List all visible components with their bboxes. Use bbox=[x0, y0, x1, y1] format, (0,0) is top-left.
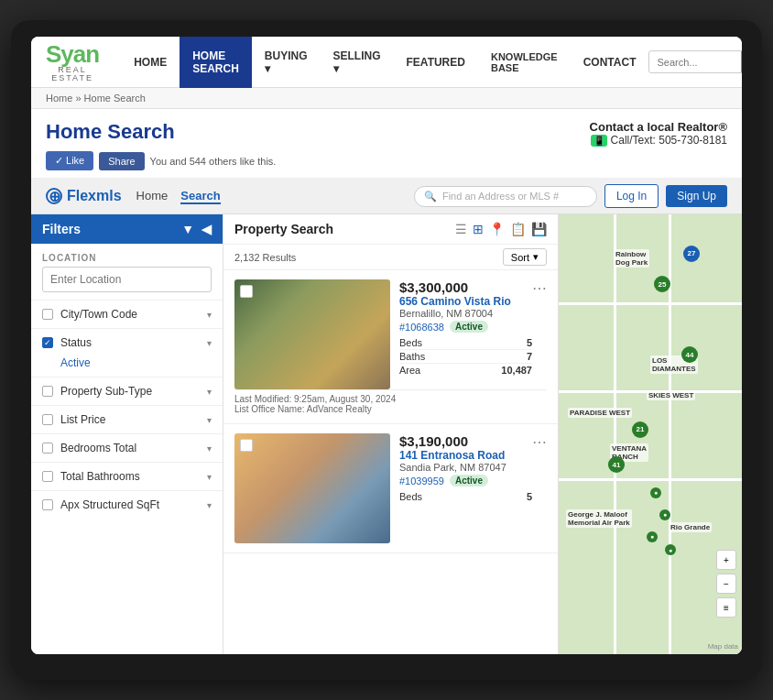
page-header-left: Home Search ✓ Like Share You and 544 oth… bbox=[46, 120, 276, 170]
sqft-label: Apx Structured SqFt bbox=[60, 498, 159, 511]
bedrooms-checkbox[interactable] bbox=[42, 443, 53, 454]
listing-stats-2: Beds 5 bbox=[399, 490, 532, 503]
social-bar: ✓ Like Share You and 544 others like thi… bbox=[46, 151, 276, 170]
sidebar-header: Filters ▼ ◀ bbox=[31, 214, 223, 244]
listing-mls-num-1: #1068638 bbox=[399, 322, 444, 333]
contact-info: Contact a local Realtor® 📱 Call/Text: 50… bbox=[590, 120, 727, 147]
map-layers[interactable]: ≡ bbox=[716, 597, 736, 618]
map-zoom-out[interactable]: − bbox=[716, 574, 736, 594]
top-search-input[interactable] bbox=[649, 53, 741, 71]
city-town-chevron: ▾ bbox=[207, 310, 212, 320]
subtype-checkbox[interactable] bbox=[42, 386, 53, 397]
top-search-button[interactable]: 🔍 bbox=[741, 51, 742, 72]
price-label: List Price bbox=[60, 413, 105, 426]
nav-contact[interactable]: CONTACT bbox=[571, 37, 649, 88]
list-view-icon[interactable]: ☰ bbox=[455, 222, 467, 236]
map-road-h3 bbox=[559, 478, 742, 481]
bathrooms-checkbox[interactable] bbox=[42, 471, 53, 482]
map-area[interactable]: RainbowDog Park LOSDIAMANTES PARADISE WE… bbox=[559, 214, 742, 654]
view-icons: ☰ ⊞ 📍 📋 💾 bbox=[455, 222, 547, 236]
share-button[interactable]: Share bbox=[99, 152, 144, 170]
filter-city-town[interactable]: City/Town Code ▾ bbox=[31, 300, 223, 328]
filter-status[interactable]: ✓ Status ▾ bbox=[31, 328, 223, 356]
sidebar: Filters ▼ ◀ LOCATION City/Town Code ▾ bbox=[31, 214, 223, 654]
listing-select-checkbox-1[interactable] bbox=[240, 285, 253, 298]
nav-knowledge[interactable]: KNOWLEDGE BASE bbox=[478, 37, 571, 88]
flexmls-right: 🔍 Find an Address or MLS # Log In Sign U… bbox=[414, 184, 727, 208]
save-search-icon[interactable]: 💾 bbox=[531, 222, 547, 236]
map-watermark: Map data bbox=[708, 642, 738, 651]
login-button[interactable]: Log In bbox=[604, 184, 659, 208]
beds-label-1: Beds bbox=[399, 337, 422, 348]
page-header: Home Search ✓ Like Share You and 544 oth… bbox=[31, 109, 742, 179]
map-tools: + − ≡ bbox=[716, 550, 736, 618]
filter-icon[interactable]: ▼ bbox=[181, 222, 194, 236]
location-input[interactable] bbox=[42, 267, 212, 292]
listing-stats-1: Beds 5 Baths 7 Area 10,487 bbox=[399, 336, 532, 377]
bathrooms-chevron: ▾ bbox=[207, 472, 212, 482]
map-zoom-in[interactable]: + bbox=[716, 550, 736, 570]
nav-buying[interactable]: BUYING ▾ bbox=[252, 37, 321, 88]
nav-home[interactable]: HOME bbox=[121, 37, 180, 88]
listing-image-2[interactable] bbox=[234, 433, 390, 543]
map-pin-small-4[interactable]: ● bbox=[665, 544, 676, 555]
page-title: Home Search bbox=[46, 120, 276, 144]
listing-city-2: Sandia Park, NM 87047 bbox=[399, 462, 532, 473]
map-label-rainbow: RainbowDog Park bbox=[614, 249, 649, 268]
map-pin-44[interactable]: 44 bbox=[681, 346, 698, 363]
flexmls-nav-search[interactable]: Search bbox=[180, 189, 220, 204]
signup-button[interactable]: Sign Up bbox=[666, 185, 727, 207]
map-pin-21[interactable]: 21 bbox=[632, 421, 648, 438]
listing-more-button[interactable]: ⋯ bbox=[532, 279, 547, 297]
city-town-label: City/Town Code bbox=[60, 308, 137, 321]
filter-list-price[interactable]: List Price ▾ bbox=[31, 405, 223, 433]
beds-row-2: Beds 5 bbox=[399, 490, 532, 503]
flexmls-nav-home[interactable]: Home bbox=[136, 189, 169, 204]
listing-select-checkbox-2[interactable] bbox=[240, 439, 253, 452]
bedrooms-chevron: ▾ bbox=[207, 443, 212, 454]
baths-row-1: Baths 7 bbox=[399, 350, 532, 364]
site-logo[interactable]: Syan bbox=[46, 42, 99, 66]
listing-status-badge-2: Active bbox=[450, 475, 488, 487]
like-button[interactable]: ✓ Like bbox=[46, 151, 93, 170]
sort-button[interactable]: Sort ▾ bbox=[503, 248, 547, 266]
map-label-skies: SKIES WEST bbox=[647, 390, 695, 400]
collapse-icon[interactable]: ◀ bbox=[201, 222, 212, 236]
listing-image-1[interactable] bbox=[234, 279, 390, 389]
status-checkbox[interactable]: ✓ bbox=[42, 337, 53, 348]
map-label-maloof: George J. MaloofMemorial Air Park bbox=[566, 509, 632, 528]
listing-meta-1: Last Modified: 9:25am, August 30, 2024 L… bbox=[234, 389, 547, 414]
subtype-chevron: ▾ bbox=[207, 387, 212, 397]
mls-search-box[interactable]: 🔍 Find an Address or MLS # bbox=[414, 186, 597, 207]
map-pin-27[interactable]: 27 bbox=[683, 246, 700, 262]
city-town-checkbox[interactable] bbox=[42, 309, 53, 320]
nav-featured[interactable]: FEATURED bbox=[394, 37, 478, 88]
map-pin-41[interactable]: 41 bbox=[608, 456, 625, 473]
listing-card: ⋯ $3,300,000 656 Camino Vista Rio Bernal… bbox=[223, 270, 558, 424]
grid-view-icon[interactable]: ⊞ bbox=[473, 222, 484, 236]
area-val-1: 10,487 bbox=[501, 365, 532, 376]
filters-title: Filters bbox=[42, 222, 81, 236]
filter-bedrooms[interactable]: Bedrooms Total ▾ bbox=[31, 433, 223, 462]
listing-card-2: ⋯ $3,190,000 141 Entranosa Road Sandia P… bbox=[223, 424, 558, 553]
nav-selling[interactable]: SELLING ▾ bbox=[321, 37, 394, 88]
filter-sqft[interactable]: Apx Structured SqFt ▾ bbox=[31, 490, 223, 519]
map-road-v1 bbox=[614, 214, 616, 654]
area-row-1: Area 10,487 bbox=[399, 364, 532, 377]
listing-address-2[interactable]: 141 Entranosa Road bbox=[399, 449, 532, 462]
map-pin-small-1[interactable]: ● bbox=[650, 487, 661, 498]
listing-info-2: $3,190,000 141 Entranosa Road Sandia Par… bbox=[399, 433, 532, 503]
nav-search-area: 🔍 bbox=[648, 50, 742, 73]
map-pin-small-3[interactable]: ● bbox=[647, 531, 658, 542]
map-view-icon[interactable]: 📋 bbox=[510, 222, 526, 236]
nav-home-search[interactable]: HOME SEARCH bbox=[180, 37, 252, 88]
main-content: Filters ▼ ◀ LOCATION City/Town Code ▾ bbox=[31, 214, 742, 654]
listing-address-1[interactable]: 656 Camino Vista Rio bbox=[399, 295, 532, 308]
filter-bathrooms[interactable]: Total Bathrooms ▾ bbox=[31, 462, 223, 490]
sqft-checkbox[interactable] bbox=[42, 499, 53, 510]
map-pin-icon[interactable]: 📍 bbox=[489, 222, 505, 236]
price-checkbox[interactable] bbox=[42, 414, 53, 425]
listing-more-button-2[interactable]: ⋯ bbox=[532, 433, 547, 451]
map-pin-small-2[interactable]: ● bbox=[659, 509, 670, 520]
filter-property-subtype[interactable]: Property Sub-Type ▾ bbox=[31, 377, 223, 405]
